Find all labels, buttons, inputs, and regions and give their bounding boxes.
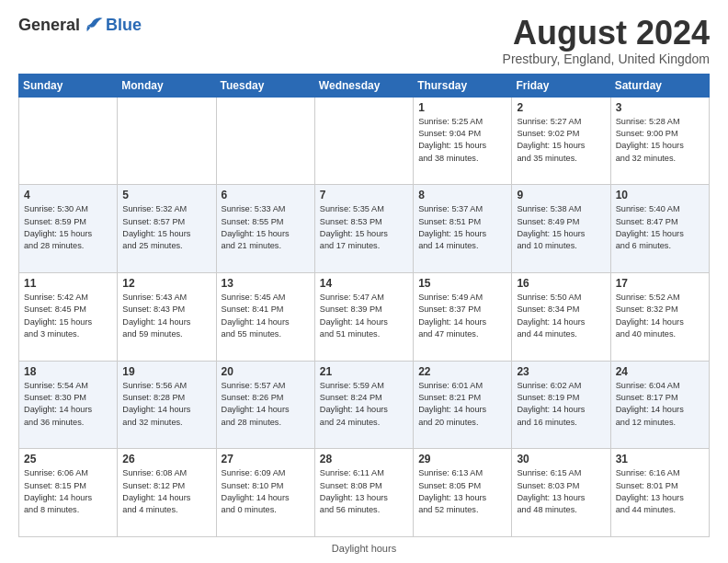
calendar-cell: 24Sunrise: 6:04 AM Sunset: 8:17 PM Dayli… [610,361,709,449]
day-of-week-header: Thursday [414,74,512,97]
calendar-cell: 6Sunrise: 5:33 AM Sunset: 8:55 PM Daylig… [216,185,314,273]
day-number: 8 [418,189,506,201]
day-number: 1 [418,101,506,114]
calendar-cell: 2Sunrise: 5:27 AM Sunset: 9:02 PM Daylig… [512,97,610,185]
day-info: Sunrise: 6:09 AM Sunset: 8:10 PM Dayligh… [222,467,310,516]
day-number: 31 [616,453,704,465]
calendar-cell: 1Sunrise: 5:25 AM Sunset: 9:04 PM Daylig… [414,97,512,185]
day-info: Sunrise: 5:40 AM Sunset: 8:47 PM Dayligh… [616,203,704,252]
day-info: Sunrise: 5:47 AM Sunset: 8:39 PM Dayligh… [320,292,408,340]
day-number: 11 [24,277,112,290]
calendar-week-row: 25Sunrise: 6:06 AM Sunset: 8:15 PM Dayli… [19,449,710,537]
calendar-cell: 22Sunrise: 6:01 AM Sunset: 8:21 PM Dayli… [414,361,512,449]
calendar-week-row: 1Sunrise: 5:25 AM Sunset: 9:04 PM Daylig… [19,97,710,185]
day-number: 24 [616,365,704,378]
day-info: Sunrise: 5:28 AM Sunset: 9:00 PM Dayligh… [616,116,704,165]
day-number: 27 [222,453,310,465]
day-info: Sunrise: 5:50 AM Sunset: 8:34 PM Dayligh… [517,292,605,340]
day-number: 12 [122,277,210,290]
page: General Blue August 2024 Prestbury, Engl… [0,0,728,563]
calendar-cell: 12Sunrise: 5:43 AM Sunset: 8:43 PM Dayli… [118,272,216,361]
day-info: Sunrise: 5:37 AM Sunset: 8:51 PM Dayligh… [418,203,506,252]
day-info: Sunrise: 5:25 AM Sunset: 9:04 PM Dayligh… [418,116,506,165]
calendar-cell: 9Sunrise: 5:38 AM Sunset: 8:49 PM Daylig… [512,185,610,273]
day-number: 29 [418,453,506,465]
day-number: 30 [517,453,605,465]
day-info: Sunrise: 5:38 AM Sunset: 8:49 PM Dayligh… [517,203,605,252]
calendar-cell: 18Sunrise: 5:54 AM Sunset: 8:30 PM Dayli… [19,361,118,449]
day-number: 16 [517,277,605,290]
calendar-cell: 31Sunrise: 6:16 AM Sunset: 8:01 PM Dayli… [610,449,709,537]
calendar-cell: 23Sunrise: 6:02 AM Sunset: 8:19 PM Dayli… [512,361,610,449]
month-title: August 2024 [503,15,710,52]
calendar-week-row: 18Sunrise: 5:54 AM Sunset: 8:30 PM Dayli… [19,361,710,449]
day-info: Sunrise: 6:01 AM Sunset: 8:21 PM Dayligh… [418,380,506,429]
day-info: Sunrise: 5:35 AM Sunset: 8:53 PM Dayligh… [320,203,408,252]
footer: Daylight hours [18,543,710,554]
day-info: Sunrise: 5:42 AM Sunset: 8:45 PM Dayligh… [24,292,112,340]
calendar-cell: 26Sunrise: 6:08 AM Sunset: 8:12 PM Dayli… [118,449,216,537]
logo: General Blue [18,15,142,35]
logo-general-text: General [18,16,80,35]
day-number: 13 [222,277,310,290]
calendar-cell: 30Sunrise: 6:15 AM Sunset: 8:03 PM Dayli… [512,449,610,537]
day-info: Sunrise: 5:54 AM Sunset: 8:30 PM Dayligh… [24,380,112,429]
calendar-cell: 3Sunrise: 5:28 AM Sunset: 9:00 PM Daylig… [610,97,709,185]
day-info: Sunrise: 5:57 AM Sunset: 8:26 PM Dayligh… [222,380,310,429]
calendar-cell: 13Sunrise: 5:45 AM Sunset: 8:41 PM Dayli… [216,272,314,361]
day-number: 17 [616,277,704,290]
day-number: 5 [122,189,210,201]
calendar-cell [314,97,413,185]
day-number: 20 [222,365,310,378]
day-number: 6 [222,189,310,201]
day-info: Sunrise: 6:13 AM Sunset: 8:05 PM Dayligh… [418,467,506,516]
location: Prestbury, England, United Kingdom [503,52,710,66]
daylight-hours-label: Daylight hours [332,543,396,554]
calendar-cell: 7Sunrise: 5:35 AM Sunset: 8:53 PM Daylig… [314,185,413,273]
calendar-cell: 10Sunrise: 5:40 AM Sunset: 8:47 PM Dayli… [610,185,709,273]
day-info: Sunrise: 6:06 AM Sunset: 8:15 PM Dayligh… [24,467,112,516]
day-number: 18 [24,365,112,378]
day-of-week-header: Tuesday [216,74,314,97]
day-number: 28 [320,453,408,465]
day-info: Sunrise: 5:43 AM Sunset: 8:43 PM Dayligh… [122,292,210,340]
calendar-cell: 16Sunrise: 5:50 AM Sunset: 8:34 PM Dayli… [512,272,610,361]
calendar-cell: 15Sunrise: 5:49 AM Sunset: 8:37 PM Dayli… [414,272,512,361]
day-of-week-header: Sunday [19,74,118,97]
calendar-cell: 21Sunrise: 5:59 AM Sunset: 8:24 PM Dayli… [314,361,413,449]
day-info: Sunrise: 6:11 AM Sunset: 8:08 PM Dayligh… [320,467,408,516]
day-number: 7 [320,189,408,201]
day-number: 25 [24,453,112,465]
day-number: 9 [517,189,605,201]
day-info: Sunrise: 6:08 AM Sunset: 8:12 PM Dayligh… [122,467,210,516]
calendar-cell: 29Sunrise: 6:13 AM Sunset: 8:05 PM Dayli… [414,449,512,537]
logo-bird-icon [84,15,104,35]
day-info: Sunrise: 5:52 AM Sunset: 8:32 PM Dayligh… [616,292,704,340]
calendar-table: SundayMondayTuesdayWednesdayThursdayFrid… [18,74,710,537]
day-info: Sunrise: 6:15 AM Sunset: 8:03 PM Dayligh… [517,467,605,516]
day-info: Sunrise: 6:02 AM Sunset: 8:19 PM Dayligh… [517,380,605,429]
logo-blue-text: Blue [106,16,142,35]
calendar-cell: 8Sunrise: 5:37 AM Sunset: 8:51 PM Daylig… [414,185,512,273]
day-info: Sunrise: 5:30 AM Sunset: 8:59 PM Dayligh… [24,203,112,252]
day-of-week-header: Saturday [610,74,709,97]
day-number: 2 [517,101,605,114]
calendar-cell: 4Sunrise: 5:30 AM Sunset: 8:59 PM Daylig… [19,185,118,273]
calendar-week-row: 4Sunrise: 5:30 AM Sunset: 8:59 PM Daylig… [19,185,710,273]
day-number: 4 [24,189,112,201]
day-of-week-header: Friday [512,74,610,97]
day-number: 15 [418,277,506,290]
day-number: 26 [122,453,210,465]
day-info: Sunrise: 6:16 AM Sunset: 8:01 PM Dayligh… [616,467,704,516]
day-info: Sunrise: 5:33 AM Sunset: 8:55 PM Dayligh… [222,203,310,252]
day-number: 23 [517,365,605,378]
title-section: August 2024 Prestbury, England, United K… [503,15,710,66]
calendar-cell: 28Sunrise: 6:11 AM Sunset: 8:08 PM Dayli… [314,449,413,537]
day-number: 21 [320,365,408,378]
calendar-week-row: 11Sunrise: 5:42 AM Sunset: 8:45 PM Dayli… [19,272,710,361]
calendar-cell [216,97,314,185]
day-number: 10 [616,189,704,201]
day-of-week-header: Wednesday [314,74,413,97]
calendar-cell: 11Sunrise: 5:42 AM Sunset: 8:45 PM Dayli… [19,272,118,361]
calendar-cell [118,97,216,185]
